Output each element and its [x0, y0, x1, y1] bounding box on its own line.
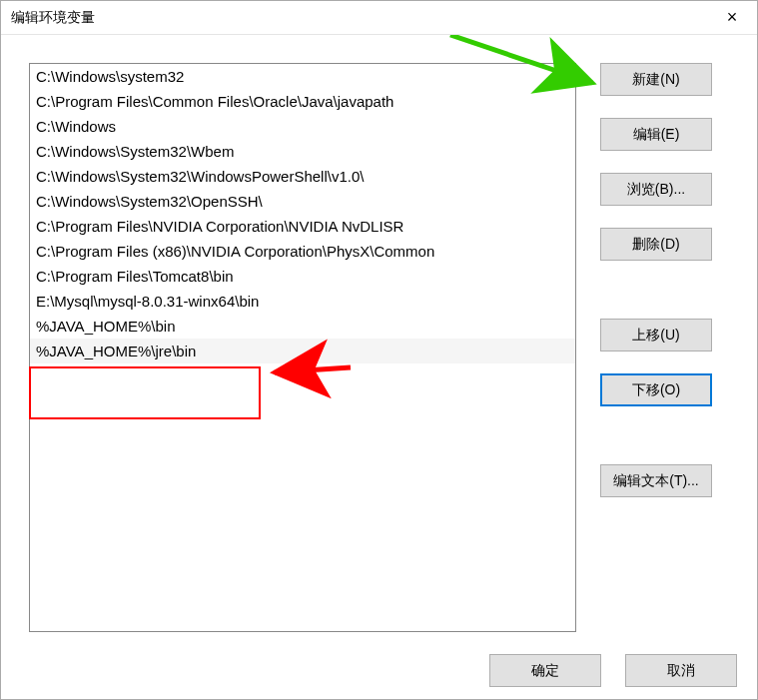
path-entry[interactable]: C:\Program Files\Tomcat8\bin [30, 264, 575, 289]
spacer [600, 283, 712, 319]
ok-button[interactable]: 确定 [489, 654, 601, 687]
path-entry[interactable]: E:\Mysql\mysql-8.0.31-winx64\bin [30, 289, 575, 314]
spacer [600, 428, 712, 464]
edit-text-button[interactable]: 编辑文本(T)... [600, 464, 712, 497]
new-button[interactable]: 新建(N) [600, 63, 712, 96]
path-listbox[interactable]: C:\Windows\system32C:\Program Files\Comm… [29, 63, 576, 632]
button-column: 新建(N) 编辑(E) 浏览(B)... 删除(D) 上移(U) 下移(O) 编… [600, 63, 712, 644]
content-area: C:\Windows\system32C:\Program Files\Comm… [1, 35, 757, 654]
path-entry[interactable]: %JAVA_HOME%\jre\bin [30, 339, 575, 363]
path-entry[interactable]: C:\Windows\System32\Wbem [30, 139, 575, 164]
path-entry[interactable]: C:\Windows [30, 114, 575, 139]
path-entry[interactable]: %JAVA_HOME%\bin [30, 314, 575, 339]
window-title: 编辑环境变量 [11, 9, 95, 27]
close-button[interactable]: × [707, 1, 757, 34]
browse-button[interactable]: 浏览(B)... [600, 173, 712, 206]
path-entry[interactable]: C:\Windows\System32\WindowsPowerShell\v1… [30, 164, 575, 189]
path-entry[interactable]: C:\Windows\system32 [30, 64, 575, 89]
close-icon: × [727, 7, 738, 28]
move-down-button[interactable]: 下移(O) [600, 373, 712, 406]
footer: 确定 取消 [1, 654, 757, 699]
cancel-button[interactable]: 取消 [625, 654, 737, 687]
path-entry[interactable]: C:\Windows\System32\OpenSSH\ [30, 189, 575, 214]
highlight-box [29, 366, 261, 419]
delete-button[interactable]: 删除(D) [600, 228, 712, 261]
move-up-button[interactable]: 上移(U) [600, 319, 712, 351]
path-entry[interactable]: C:\Program Files\NVIDIA Corporation\NVID… [30, 214, 575, 239]
titlebar: 编辑环境变量 × [1, 1, 757, 35]
env-var-dialog: 编辑环境变量 × C:\Windows\system32C:\Program F… [0, 0, 758, 700]
path-entry[interactable]: C:\Program Files\Common Files\Oracle\Jav… [30, 89, 575, 114]
path-entry[interactable]: C:\Program Files (x86)\NVIDIA Corporatio… [30, 239, 575, 264]
edit-button[interactable]: 编辑(E) [600, 118, 712, 151]
